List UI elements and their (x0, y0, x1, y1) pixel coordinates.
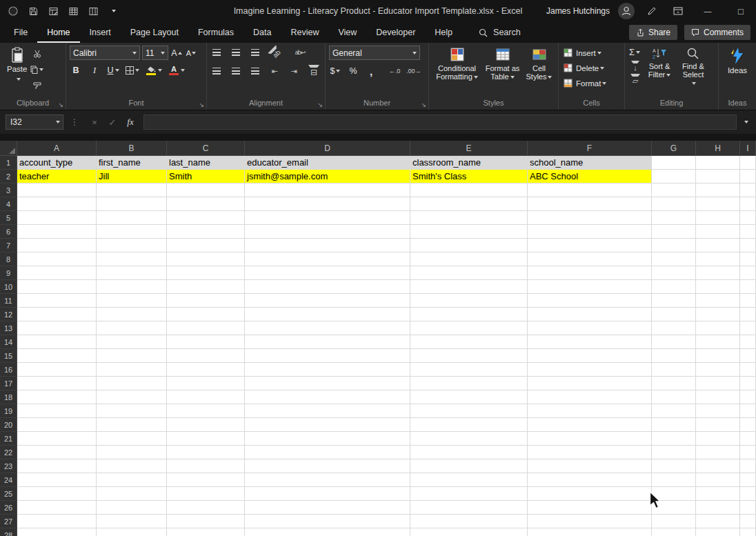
cell-F22[interactable] (528, 446, 652, 459)
cell-A7[interactable] (17, 239, 97, 252)
cancel-icon[interactable]: × (86, 117, 103, 128)
cell-F25[interactable] (528, 487, 652, 501)
cell-D15[interactable] (245, 349, 410, 363)
cell-G3[interactable] (652, 183, 696, 197)
name-box[interactable]: I32 (6, 115, 63, 130)
cell-G4[interactable] (652, 197, 696, 211)
cell-G21[interactable] (652, 432, 696, 446)
ribbon-display-options-icon[interactable] (669, 2, 687, 20)
cell-H6[interactable] (696, 225, 740, 239)
cell-D10[interactable] (245, 280, 410, 294)
cell-G23[interactable] (652, 459, 696, 473)
cell-A17[interactable] (17, 377, 97, 390)
cell-E25[interactable] (410, 487, 528, 501)
format-as-table-button[interactable]: Format as Table (483, 46, 523, 98)
autosum-button[interactable]: Σ (628, 46, 641, 59)
cell-I20[interactable] (740, 418, 756, 432)
select-all-button[interactable] (0, 141, 17, 156)
cell-C22[interactable] (167, 446, 245, 459)
cell-E5[interactable] (410, 211, 528, 225)
align-center-button[interactable] (230, 64, 242, 78)
cell-E23[interactable] (410, 459, 528, 473)
align-right-button[interactable] (249, 64, 261, 78)
cell-A5[interactable] (17, 211, 97, 225)
cell-A25[interactable] (17, 487, 97, 501)
cell-E7[interactable] (410, 239, 528, 252)
cell-B20[interactable] (97, 418, 167, 432)
copy-button[interactable] (30, 63, 43, 77)
cell-A19[interactable] (17, 404, 97, 418)
sort-filter-button[interactable]: AZ Sort & Filter (644, 46, 675, 98)
cell-B19[interactable] (97, 404, 167, 418)
row-header-20[interactable]: 20 (0, 418, 17, 432)
row-header-23[interactable]: 23 (0, 459, 17, 473)
cell-A26[interactable] (17, 501, 97, 515)
cell-G27[interactable] (652, 515, 696, 528)
insert-cells-button[interactable]: Insert (564, 46, 606, 60)
paste-button[interactable]: Paste (3, 46, 30, 98)
cell-F3[interactable] (528, 183, 652, 197)
cell-C12[interactable] (167, 308, 245, 321)
cell-D23[interactable] (245, 459, 410, 473)
cell-C7[interactable] (167, 239, 245, 252)
decrease-indent-button[interactable] (268, 64, 281, 78)
cell-I17[interactable] (740, 377, 756, 390)
format-cells-button[interactable]: Format (564, 76, 606, 90)
comma-style-button[interactable]: , (365, 64, 377, 78)
cell-H16[interactable] (696, 363, 740, 377)
cell-A18[interactable] (17, 390, 97, 404)
cell-A6[interactable] (17, 225, 97, 239)
row-header-27[interactable]: 27 (0, 515, 17, 528)
cell-H11[interactable] (696, 294, 740, 308)
cell-D26[interactable] (245, 501, 410, 515)
cell-I27[interactable] (740, 515, 756, 528)
cell-B18[interactable] (97, 390, 167, 404)
cell-D11[interactable] (245, 294, 410, 308)
tab-developer[interactable]: Developer (366, 22, 425, 43)
cell-A4[interactable] (17, 197, 97, 211)
row-header-4[interactable]: 4 (0, 197, 17, 211)
cell-F14[interactable] (528, 335, 652, 349)
cell-B21[interactable] (97, 432, 167, 446)
cell-E2[interactable]: Smith's Class (410, 170, 528, 183)
cell-F20[interactable] (528, 418, 652, 432)
decrease-decimal-button[interactable] (406, 64, 421, 78)
cell-G6[interactable] (652, 225, 696, 239)
cell-E17[interactable] (410, 377, 528, 390)
cell-F7[interactable] (528, 239, 652, 252)
cell-C27[interactable] (167, 515, 245, 528)
cell-I23[interactable] (740, 459, 756, 473)
cell-H10[interactable] (696, 280, 740, 294)
cell-C18[interactable] (167, 390, 245, 404)
cell-H8[interactable] (696, 252, 740, 266)
cell-F27[interactable] (528, 515, 652, 528)
tab-data[interactable]: Data (243, 22, 281, 43)
cell-C14[interactable] (167, 335, 245, 349)
cell-E20[interactable] (410, 418, 528, 432)
cell-B2[interactable]: Jill (97, 170, 167, 183)
row-header-16[interactable]: 16 (0, 363, 17, 377)
cell-I8[interactable] (740, 252, 756, 266)
column-header-I[interactable]: I (740, 141, 756, 156)
cell-A1[interactable]: account_type (17, 156, 97, 170)
row-header-18[interactable]: 18 (0, 390, 17, 404)
cell-F11[interactable] (528, 294, 652, 308)
cell-E19[interactable] (410, 404, 528, 418)
cell-I10[interactable] (740, 280, 756, 294)
number-format-select[interactable]: General (329, 46, 420, 60)
cell-I11[interactable] (740, 294, 756, 308)
cell-B28[interactable] (97, 528, 167, 536)
cell-C28[interactable] (167, 528, 245, 536)
cell-D16[interactable] (245, 363, 410, 377)
cell-H15[interactable] (696, 349, 740, 363)
row-header-28[interactable]: 28 (0, 528, 17, 536)
cell-D24[interactable] (245, 473, 410, 487)
cell-H25[interactable] (696, 487, 740, 501)
cell-G2[interactable] (652, 170, 696, 183)
cell-I21[interactable] (740, 432, 756, 446)
cell-E9[interactable] (410, 266, 528, 280)
cell-C23[interactable] (167, 459, 245, 473)
tab-help[interactable]: Help (425, 22, 462, 43)
cell-B27[interactable] (97, 515, 167, 528)
maximize-button[interactable] (728, 0, 753, 22)
